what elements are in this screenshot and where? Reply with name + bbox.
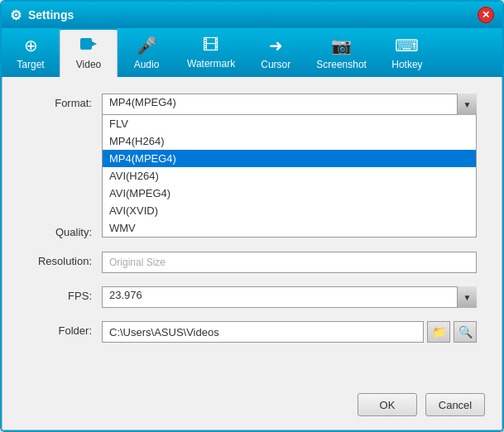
resolution-label: Resolution: [27,252,102,267]
tab-target[interactable]: ⊕ Target [2,28,60,77]
tab-bar: ⊕ Target Video 🎤 Audio 🎞 Watermark ➜ Cur… [2,28,502,77]
folder-row: Folder: 📁 🔍 [27,321,477,343]
cursor-icon: ➜ [269,36,283,55]
format-option-avih264[interactable]: AVI(H264) [103,167,476,185]
cancel-button[interactable]: Cancel [425,393,485,416]
quality-label: Quality: [27,223,102,238]
video-icon [79,36,98,55]
format-option-avixvid[interactable]: AVI(XVID) [103,202,476,219]
fps-label: FPS: [27,286,102,302]
folder-search-button[interactable]: 🔍 [454,321,477,343]
tab-cursor[interactable]: ➜ Cursor [247,28,305,77]
format-option-wmv[interactable]: WMV [103,219,476,237]
window-title: Settings [28,8,74,22]
hotkey-icon: ⌨ [395,36,419,55]
settings-window: ⚙ Settings ✕ ⊕ Target Video 🎤 Audio 🎞 Wa… [0,0,504,432]
tab-watermark-label: Watermark [187,58,235,70]
gear-icon: ⚙ [10,7,22,23]
format-option-avimpeg4[interactable]: AVI(MPEG4) [103,185,476,202]
folder-input[interactable] [102,321,424,343]
format-select[interactable]: MP4(MPEG4) [102,94,477,115]
tab-screenshot[interactable]: 📷 Screenshot [305,28,378,77]
screenshot-icon: 📷 [331,36,352,55]
tab-cursor-label: Cursor [261,59,290,70]
format-option-flv[interactable]: FLV [103,115,476,132]
svg-marker-1 [92,41,97,46]
format-control: MP4(MPEG4) ▼ FLV MP4(H264) MP4(MPEG4) AV… [102,94,477,115]
target-icon: ⊕ [24,36,38,55]
tab-target-label: Target [17,59,44,70]
fps-row: FPS: 23.976 ▼ [27,286,477,308]
format-select-wrapper: MP4(MPEG4) ▼ FLV MP4(H264) MP4(MPEG4) AV… [102,94,477,115]
tab-audio[interactable]: 🎤 Audio [118,28,175,77]
folder-icon: 📁 [432,325,446,338]
ok-button[interactable]: OK [358,393,417,416]
fps-select[interactable]: 23.976 [102,286,477,308]
watermark-icon: 🎞 [203,36,219,55]
format-label: Format: [27,94,102,109]
tab-hotkey-label: Hotkey [391,59,422,70]
tab-audio-label: Audio [134,59,160,70]
folder-label: Folder: [27,321,102,337]
content-area: Format: MP4(MPEG4) ▼ FLV MP4(H264) MP4(M… [2,77,502,430]
format-dropdown: FLV MP4(H264) MP4(MPEG4) AVI(H264) AVI(M… [102,115,477,238]
search-icon: 🔍 [458,325,473,338]
resolution-value: Original Size [102,252,477,273]
button-row: OK Cancel [358,393,485,416]
format-option-mp4h264[interactable]: MP4(H264) [103,132,476,150]
tab-video[interactable]: Video [60,28,118,77]
svg-rect-0 [80,38,92,50]
tab-hotkey[interactable]: ⌨ Hotkey [378,28,436,77]
close-button[interactable]: ✕ [478,7,494,23]
tab-screenshot-label: Screenshot [316,59,367,70]
fps-control: 23.976 ▼ [102,286,477,308]
folder-browse-button[interactable]: 📁 [427,321,450,343]
audio-icon: 🎤 [137,36,157,55]
format-row: Format: MP4(MPEG4) ▼ FLV MP4(H264) MP4(M… [27,94,477,115]
resolution-row: Resolution: Original Size [27,252,477,273]
tab-watermark[interactable]: 🎞 Watermark [175,28,247,77]
resolution-control: Original Size [102,252,477,273]
folder-input-row: 📁 🔍 [102,321,477,343]
title-bar: ⚙ Settings ✕ [2,2,502,28]
format-option-mp4mpeg4[interactable]: MP4(MPEG4) [103,150,476,167]
fps-select-wrapper: 23.976 ▼ [102,286,477,308]
tab-video-label: Video [76,59,101,70]
folder-control: 📁 🔍 [102,321,477,343]
